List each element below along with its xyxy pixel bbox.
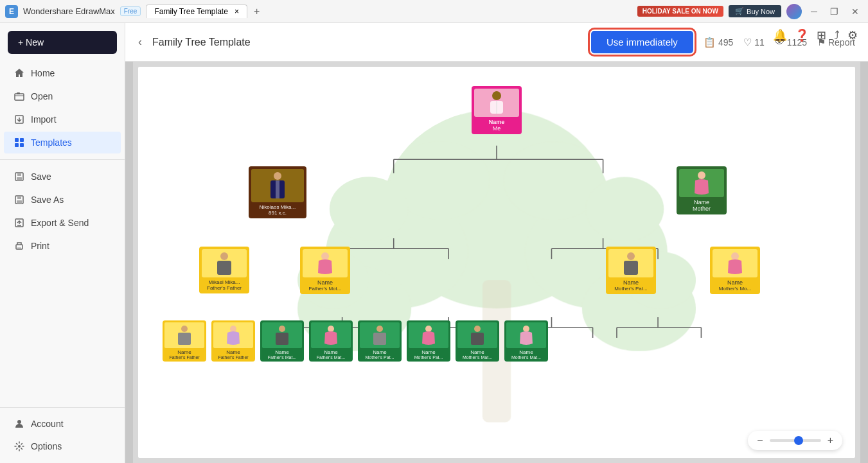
copies-icon: 📋: [704, 37, 716, 48]
row4-6-sub: Mother's Pal...: [409, 355, 448, 360]
titlebar-left: E Wondershare EdrawMax Free Family Tree …: [5, 4, 263, 18]
tab-item[interactable]: Family Tree Template ×: [146, 4, 247, 18]
svg-rect-9: [17, 177, 22, 180]
svg-point-71: [181, 326, 188, 332]
node-father[interactable]: Nikolaos Mika... 891 x.c.: [249, 166, 306, 218]
sidebar-label-save: Save: [31, 171, 51, 182]
zoom-minus-button[interactable]: −: [757, 435, 763, 446]
svg-rect-66: [217, 261, 231, 275]
user-avatar[interactable]: [786, 4, 802, 19]
open-icon: [14, 91, 24, 101]
node-ff[interactable]: Mikael Mika... Father's Father: [199, 247, 249, 293]
export-icon: [14, 218, 24, 228]
node-row4-5[interactable]: Name Mother's Pat...: [358, 320, 402, 362]
svg-rect-3: [15, 138, 19, 142]
svg-point-82: [523, 326, 529, 332]
use-immediately-button[interactable]: Use immediately: [591, 31, 693, 53]
svg-rect-1: [17, 92, 20, 94]
node-me[interactable]: Name Me: [472, 86, 522, 134]
zoom-bar: − +: [748, 431, 842, 450]
canvas-area[interactable]: Name Me Nikolaos Mi: [125, 62, 868, 463]
svg-point-70: [731, 252, 739, 260]
zoom-plus-button[interactable]: +: [828, 435, 833, 446]
buy-now-button[interactable]: 🛒 Buy Now: [729, 5, 781, 17]
row4-1-name: Name: [164, 349, 204, 355]
titlebar: E Wondershare EdrawMax Free Family Tree …: [0, 0, 868, 23]
svg-point-65: [220, 252, 228, 260]
notification-icon[interactable]: 🔔: [773, 28, 787, 42]
row4-nodes: Name Father's Father Name Father's Fathe…: [163, 320, 548, 362]
add-tab-button[interactable]: +: [250, 6, 263, 17]
tab-bar: Family Tree Template × +: [146, 4, 263, 18]
mother-sublabel: Mother: [679, 205, 724, 212]
node-row4-6[interactable]: Name Mother's Pal...: [407, 320, 450, 362]
node-row4-4[interactable]: Name Father's Mat...: [309, 320, 353, 362]
grid-icon[interactable]: ⊞: [817, 28, 826, 42]
sidebar: + New Home Open Import Templates: [0, 23, 125, 463]
likes-stat[interactable]: ♡ 11: [743, 37, 765, 48]
copies-count: 495: [718, 37, 733, 48]
settings-icon[interactable]: ⚙: [847, 28, 858, 42]
likes-count: 11: [754, 37, 765, 48]
main-content: 🔔 ❓ ⊞ ⤴ ⚙ ‹ Family Tree Template Use imm…: [125, 23, 868, 463]
minimize-button[interactable]: ─: [807, 6, 821, 17]
sidebar-label-print: Print: [31, 241, 49, 251]
svg-rect-11: [17, 196, 21, 199]
row4-5-name: Name: [360, 349, 400, 355]
holiday-sale-button[interactable]: HOLIDAY SALE ON NOW: [637, 6, 723, 17]
sidebar-item-open[interactable]: Open: [4, 85, 121, 107]
row4-2-sub: Father's Father: [213, 355, 253, 360]
free-badge: Free: [120, 6, 141, 16]
svg-point-73: [230, 326, 236, 332]
account-icon: [14, 419, 24, 429]
me-name: Name: [474, 119, 519, 125]
canvas-content[interactable]: Name Me Nikolaos Mi: [138, 67, 855, 458]
sidebar-label-options: Options: [31, 441, 62, 451]
sidebar-label-open: Open: [31, 91, 53, 101]
node-mm[interactable]: Name Mother's Mo...: [710, 247, 760, 294]
node-row4-2[interactable]: Name Father's Father: [211, 320, 255, 362]
back-button[interactable]: ‹: [138, 35, 142, 49]
svg-point-76: [328, 326, 334, 332]
sidebar-item-save[interactable]: Save: [4, 166, 121, 188]
node-mother[interactable]: Name Mother: [677, 166, 727, 214]
new-button[interactable]: + New: [8, 31, 117, 54]
zoom-slider[interactable]: [770, 439, 821, 442]
sidebar-item-saveas[interactable]: Save As: [4, 189, 121, 211]
fm-name: Name: [303, 279, 348, 286]
home-icon: [14, 68, 24, 78]
node-mf[interactable]: Name Mother's Pat...: [606, 247, 656, 294]
node-row4-3[interactable]: Name Father's Mat...: [260, 320, 304, 362]
row4-7-name: Name: [457, 349, 497, 355]
row4-2-name: Name: [213, 349, 253, 355]
zoom-thumb: [794, 436, 803, 445]
row4-6-name: Name: [409, 349, 448, 355]
node-fm[interactable]: Name Father's Mot...: [300, 247, 350, 294]
svg-rect-6: [20, 143, 24, 147]
sidebar-item-home[interactable]: Home: [4, 62, 121, 84]
node-row4-7[interactable]: Name Mother's Mat...: [456, 320, 499, 362]
svg-rect-78: [373, 333, 386, 345]
sidebar-item-export[interactable]: Export & Send: [4, 212, 121, 234]
sidebar-label-home: Home: [31, 68, 55, 78]
sidebar-label-saveas: Save As: [31, 195, 64, 205]
sidebar-item-account[interactable]: Account: [4, 413, 121, 435]
sidebar-item-import[interactable]: Import: [4, 109, 121, 130]
svg-rect-15: [17, 247, 21, 249]
titlebar-right: HOLIDAY SALE ON NOW 🛒 Buy Now ─ ❐ ✕: [637, 4, 863, 19]
share-icon[interactable]: ⤴: [834, 29, 840, 42]
sidebar-item-options[interactable]: Options: [4, 435, 121, 457]
svg-point-26: [330, 177, 408, 241]
svg-rect-8: [17, 173, 21, 176]
sidebar-item-print[interactable]: Print: [4, 235, 121, 257]
maximize-button[interactable]: ❐: [826, 6, 842, 17]
canvas-right-panel: [860, 62, 868, 463]
close-button[interactable]: ✕: [847, 6, 863, 17]
app-name: Wondershare EdrawMax: [23, 6, 115, 16]
svg-rect-12: [17, 200, 22, 204]
node-row4-8[interactable]: Name Mother's Mat...: [504, 320, 548, 362]
sidebar-item-templates[interactable]: Templates: [4, 132, 121, 153]
node-row4-1[interactable]: Name Father's Father: [163, 320, 206, 362]
help-icon[interactable]: ❓: [795, 28, 809, 42]
sidebar-label-templates: Templates: [31, 137, 72, 148]
